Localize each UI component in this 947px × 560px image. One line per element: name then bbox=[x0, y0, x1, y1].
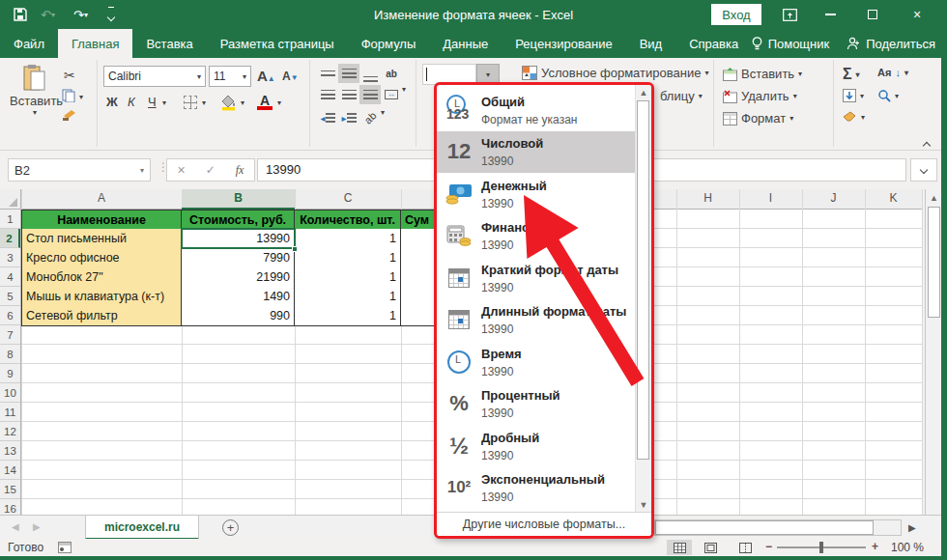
row-header-4[interactable]: 4 bbox=[0, 267, 20, 287]
dropdown-scroll-thumb[interactable] bbox=[637, 100, 649, 460]
name-box[interactable]: B2▾ bbox=[8, 158, 151, 182]
cell-C4[interactable]: 1 bbox=[295, 267, 401, 288]
format-cells-button[interactable]: Формат▾ bbox=[723, 111, 793, 126]
scroll-up-icon[interactable]: ▲ bbox=[926, 189, 942, 203]
cell-C6[interactable]: 1 bbox=[295, 306, 401, 326]
cell-A3[interactable]: Кресло офисное bbox=[21, 248, 182, 268]
copy-icon[interactable] bbox=[62, 89, 75, 102]
vertical-scrollbar[interactable]: ▲ bbox=[925, 189, 942, 515]
cell-C1[interactable]: Количество, шт. bbox=[295, 210, 401, 230]
copy-dropdown-arrow[interactable]: ▾ bbox=[79, 93, 83, 101]
sort-filter-button[interactable]: Ая↓▾ bbox=[877, 67, 908, 78]
row-header-8[interactable]: 8 bbox=[0, 345, 20, 364]
cell-B3[interactable]: 7990 bbox=[182, 248, 295, 268]
cell-C3[interactable]: 1 bbox=[295, 248, 401, 268]
fill-color-dropdown-arrow[interactable]: ▾ bbox=[241, 98, 244, 107]
cell-A4[interactable]: Моноблок 27" bbox=[21, 267, 182, 288]
assistant-tab[interactable]: Помощник bbox=[752, 37, 830, 51]
increase-font-icon[interactable]: A▲ bbox=[257, 68, 275, 84]
tab-view[interactable]: Вид bbox=[626, 29, 676, 58]
zoom-out-icon[interactable]: − bbox=[765, 540, 772, 553]
maximize-button[interactable] bbox=[856, 0, 889, 29]
sign-in-button[interactable]: Вход bbox=[711, 4, 761, 25]
cell-A2[interactable]: Стол письменный bbox=[21, 229, 182, 249]
tab-formulas[interactable]: Формулы bbox=[348, 29, 430, 58]
cancel-entry-icon[interactable]: × bbox=[178, 162, 186, 178]
row-header-16[interactable]: 16 bbox=[0, 499, 20, 515]
align-center-icon[interactable] bbox=[338, 85, 359, 104]
format-option-scientific[interactable]: 10² Экспоненциальный13990 bbox=[437, 467, 635, 510]
fill-color-icon[interactable] bbox=[220, 94, 238, 111]
active-cell-selection[interactable] bbox=[181, 228, 296, 249]
column-header-I[interactable]: I bbox=[739, 191, 802, 205]
cell-B6[interactable]: 990 bbox=[182, 306, 295, 326]
cell-A1[interactable]: Наименование bbox=[21, 210, 182, 230]
zoom-slider-thumb[interactable] bbox=[819, 542, 823, 553]
cut-icon[interactable]: ✂ bbox=[64, 68, 75, 83]
column-header-H[interactable]: H bbox=[676, 191, 739, 205]
prev-sheet-icon[interactable]: ◀ bbox=[12, 521, 19, 532]
new-sheet-icon[interactable]: + bbox=[222, 519, 239, 536]
wrap-text-icon[interactable]: ab bbox=[381, 64, 402, 83]
cell-D1-clipped[interactable]: Сум bbox=[401, 210, 434, 230]
clear-button[interactable]: ▾ bbox=[843, 111, 865, 123]
orientation-icon[interactable]: ab bbox=[359, 108, 381, 127]
format-as-table-button-clipped[interactable]: блицу▾ bbox=[660, 89, 703, 103]
cell-D6-clipped[interactable] bbox=[401, 306, 434, 326]
share-tab[interactable]: Поделиться bbox=[847, 37, 935, 51]
tab-review[interactable]: Рецензирование bbox=[502, 29, 625, 58]
dropdown-scroll-up-icon[interactable]: ▲ bbox=[636, 85, 651, 98]
format-option-currency[interactable]: Денежный13990 bbox=[437, 173, 635, 215]
column-header-J[interactable]: J bbox=[802, 191, 865, 205]
row-header-2[interactable]: 2 bbox=[0, 229, 20, 248]
ribbon-display-options-icon[interactable] bbox=[773, 0, 806, 29]
autosum-button[interactable]: Σ▾ bbox=[843, 66, 860, 83]
row-header-6[interactable]: 6 bbox=[0, 306, 20, 325]
more-number-formats[interactable]: Другие числовые форматы... bbox=[437, 512, 651, 536]
cell-C5[interactable]: 1 bbox=[295, 287, 401, 307]
tab-insert[interactable]: Вставка bbox=[132, 29, 206, 58]
bold-button[interactable]: Ж bbox=[106, 95, 118, 109]
cell-B4[interactable]: 21990 bbox=[182, 267, 295, 288]
zoom-level[interactable]: 100 % bbox=[891, 541, 924, 554]
row-header-7[interactable]: 7 bbox=[0, 325, 20, 345]
borders-dropdown-arrow[interactable]: ▾ bbox=[202, 98, 206, 107]
align-right-icon[interactable] bbox=[359, 85, 381, 104]
normal-view-icon[interactable] bbox=[667, 540, 692, 555]
font-size-combo[interactable]: 11▾ bbox=[209, 66, 251, 87]
page-layout-view-icon[interactable] bbox=[698, 540, 723, 555]
paste-button[interactable]: Вставить ▾ bbox=[10, 64, 60, 117]
column-header-B-selected[interactable]: B bbox=[182, 189, 295, 210]
cell-D4-clipped[interactable] bbox=[401, 267, 434, 288]
format-option-percent[interactable]: % Процентный13990 bbox=[437, 383, 635, 426]
decrease-font-icon[interactable]: A▼ bbox=[282, 70, 299, 83]
minimize-button[interactable] bbox=[814, 0, 847, 29]
cell-C2[interactable]: 1 bbox=[295, 229, 401, 249]
cell-B1[interactable]: Стоимость, руб. bbox=[182, 210, 295, 230]
macro-record-icon[interactable] bbox=[58, 542, 72, 553]
underline-button[interactable]: Ч bbox=[148, 95, 157, 109]
row-header-12[interactable]: 12 bbox=[0, 422, 20, 441]
borders-icon[interactable] bbox=[184, 96, 197, 109]
font-color-icon[interactable]: А bbox=[257, 93, 273, 110]
font-name-combo[interactable]: Calibri▾ bbox=[103, 66, 206, 87]
row-header-11[interactable]: 11 bbox=[0, 403, 20, 422]
row-header-15[interactable]: 15 bbox=[0, 480, 20, 499]
tab-home[interactable]: Главная bbox=[58, 29, 132, 58]
format-painter-icon[interactable] bbox=[62, 108, 77, 122]
collapse-ribbon-icon[interactable] bbox=[924, 135, 930, 153]
row-header-14[interactable]: 14 bbox=[0, 461, 20, 480]
format-option-time[interactable]: Время13990 bbox=[437, 341, 635, 383]
format-option-fraction[interactable]: ½ Дробный13990 bbox=[437, 425, 635, 467]
sheet-tab-active[interactable]: microexcel.ru bbox=[85, 516, 199, 540]
row-header-5[interactable]: 5 bbox=[0, 287, 20, 306]
dropdown-scroll-down-icon[interactable]: ▼ bbox=[636, 500, 651, 510]
page-break-view-icon[interactable] bbox=[732, 540, 758, 555]
expand-formula-bar-icon[interactable] bbox=[910, 158, 937, 182]
confirm-entry-icon[interactable]: ✓ bbox=[206, 163, 215, 177]
align-bottom-icon[interactable] bbox=[359, 64, 381, 83]
align-middle-icon[interactable] bbox=[338, 64, 359, 83]
horizontal-scroll-thumb[interactable] bbox=[655, 520, 874, 535]
fill-handle[interactable] bbox=[292, 246, 298, 252]
column-header-A[interactable]: A bbox=[21, 191, 182, 205]
